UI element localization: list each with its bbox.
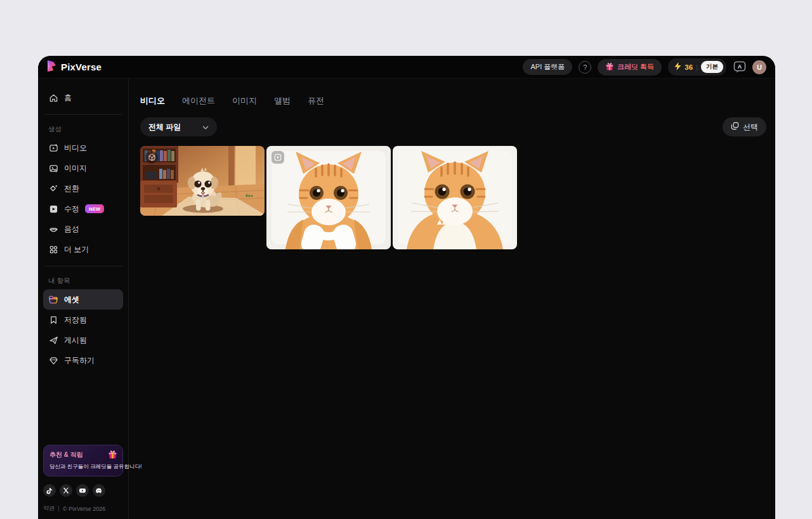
copyright-text: © PixVerse 2026 [63, 506, 105, 512]
image-create-icon [48, 163, 58, 173]
top-header: PixVerse API 플랫폼 ? 크레딧 획득 [38, 56, 775, 79]
tab-image[interactable]: 이미지 [232, 94, 257, 108]
tab-video[interactable]: 비디오 [140, 94, 165, 108]
main-content: 비디오 에이전트 이미지 앨범 퓨전 전체 파일 [129, 79, 775, 519]
youtube-icon[interactable] [76, 484, 89, 497]
sidebar-item-video[interactable]: 비디오 [43, 138, 123, 158]
transform-icon [48, 183, 58, 194]
sidebar-item-voice[interactable]: 음성 [43, 219, 123, 239]
promo-subtitle: 당신과 친구들이 크레딧을 공유합니다! [49, 463, 117, 471]
lips-icon [48, 224, 58, 234]
sidebar-footer: 약관 © PixVerse 2026 [43, 504, 123, 513]
promo-title: 추천 & 적립 [49, 450, 117, 459]
x-twitter-icon[interactable] [60, 484, 72, 497]
tab-fusion[interactable]: 퓨전 [308, 94, 324, 108]
logo-text: PixVerse [61, 62, 102, 72]
grid-more-icon [48, 244, 58, 254]
new-badge: NEW [85, 204, 104, 213]
terms-link[interactable]: 약관 [43, 504, 55, 513]
sidebar-item-subscribe[interactable]: 구독하기 [43, 350, 123, 371]
asset-card-puppy-video[interactable] [140, 146, 265, 216]
language-icon[interactable]: A [733, 61, 746, 74]
folder-assets-icon [48, 294, 58, 305]
controls-row: 전체 파일 선택 [140, 117, 766, 136]
social-links [43, 484, 123, 497]
sidebar-item-saved[interactable]: 저장됨 [43, 310, 123, 330]
sidebar: 홈 생성 비디오 [38, 79, 129, 519]
pixverse-logo-icon [47, 60, 56, 74]
sidebar-item-more[interactable]: 더 보기 [43, 239, 123, 260]
svg-text:A: A [737, 63, 742, 70]
user-avatar[interactable]: U [752, 60, 766, 74]
divider [58, 506, 59, 511]
chevron-down-icon [202, 122, 209, 131]
pixverse-app-window: PixVerse API 플랫폼 ? 크레딧 획득 [38, 56, 775, 519]
gift-icon [605, 62, 614, 72]
home-icon [48, 93, 58, 103]
credits-count: 36 [684, 63, 693, 71]
divider [44, 114, 122, 115]
tab-agent[interactable]: 에이전트 [182, 94, 215, 108]
credits-display[interactable]: 36 | 기본 [668, 58, 726, 76]
sidebar-item-published[interactable]: 게시됨 [43, 330, 123, 350]
referral-promo-card[interactable]: 추천 & 적립 당신과 친구들이 크레딧을 공유합니다! [43, 445, 123, 476]
multi-select-icon [731, 122, 739, 132]
asset-card-cat-image[interactable] [393, 146, 517, 249]
plan-badge: 기본 [701, 61, 723, 73]
sidebar-item-assets[interactable]: 에셋 [43, 289, 123, 310]
sidebar-item-home[interactable]: 홈 [43, 88, 123, 108]
asset-grid [140, 146, 766, 249]
logo[interactable]: PixVerse [47, 60, 102, 74]
orange-cat-portrait-paws [266, 146, 391, 249]
tiktok-icon[interactable] [43, 484, 56, 497]
puppy-room-scene [140, 146, 265, 216]
gem-icon [48, 355, 58, 365]
select-button[interactable]: 선택 [723, 117, 766, 136]
header-actions: API 플랫폼 ? 크레딧 획득 [523, 58, 766, 76]
sidebar-item-transform[interactable]: 전환 [43, 178, 123, 199]
file-filter-dropdown[interactable]: 전체 파일 [140, 117, 217, 136]
app-body: 홈 생성 비디오 [38, 79, 775, 519]
section-title-my-items: 내 항목 [43, 273, 123, 289]
orange-cat-portrait [393, 146, 517, 249]
tab-album[interactable]: 앨범 [274, 94, 291, 108]
cube-3d-badge-icon [145, 151, 158, 164]
paper-plane-icon [48, 335, 58, 345]
promo-gift-icon [108, 450, 117, 462]
sidebar-item-image[interactable]: 이미지 [43, 158, 123, 178]
earn-credits-button[interactable]: 크레딧 획득 [598, 59, 662, 76]
sidebar-bottom: 추천 & 적립 당신과 친구들이 크레딧을 공유합니다! [43, 445, 123, 513]
api-platform-button[interactable]: API 플랫폼 [523, 59, 572, 75]
video-play-badge-icon [272, 151, 284, 164]
section-title-create: 생성 [43, 121, 123, 138]
video-create-icon [48, 143, 58, 153]
help-icon[interactable]: ? [579, 61, 591, 74]
divider [44, 266, 122, 266]
asset-card-cat-video[interactable] [266, 146, 391, 249]
discord-icon[interactable] [93, 484, 105, 497]
lightning-icon [674, 62, 681, 73]
content-tabs: 비디오 에이전트 이미지 앨범 퓨전 [140, 94, 766, 108]
edit-icon [48, 204, 58, 214]
sidebar-item-edit[interactable]: 수정 NEW [43, 199, 123, 219]
bookmark-icon [48, 315, 58, 325]
